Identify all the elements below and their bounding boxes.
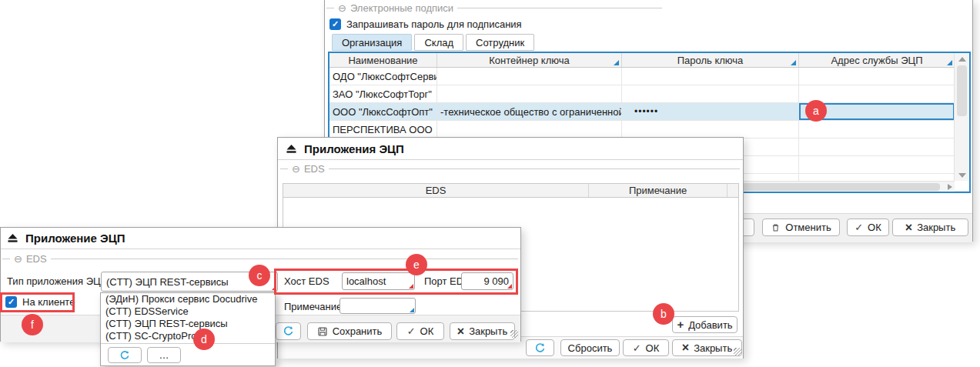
refresh-button[interactable]	[276, 322, 301, 340]
close-icon: ×	[457, 326, 464, 337]
dropdown-separator	[101, 343, 275, 344]
table-header-row: EDS Примечание	[283, 184, 738, 198]
annotation-marker-d: d	[193, 329, 215, 350]
annotation-marker-c: c	[249, 265, 270, 286]
scrollbar-corner	[727, 184, 738, 197]
column-header-key-container[interactable]: Контейнер ключа	[437, 53, 622, 67]
refresh-button[interactable]	[526, 339, 554, 356]
vertical-scrollbar[interactable]	[954, 53, 969, 181]
resize-grip[interactable]	[734, 348, 741, 355]
annotation-marker-f: f	[22, 314, 43, 335]
close-button[interactable]: × Закрыть	[892, 219, 968, 236]
checkbox-label: Запрашивать пароль для подписания	[346, 18, 522, 30]
column-header-note[interactable]: Примечание	[589, 184, 727, 197]
table-row[interactable]: ПЕРСПЕКТИВА ООО	[329, 121, 969, 138]
cancel-button[interactable]: Отменить	[762, 219, 840, 236]
screen: ⊖ Электронные подписи ✓ Запрашивать паро…	[0, 0, 980, 367]
more-options-button[interactable]: …	[147, 347, 181, 363]
annotation-rect-host-port	[274, 269, 518, 295]
dropdown-item[interactable]: (CTT) SC-CryptoProxy	[101, 330, 275, 342]
refresh-icon	[283, 325, 294, 337]
annotation-marker-b: b	[653, 303, 674, 325]
group-line	[329, 168, 740, 169]
close-icon: ×	[905, 222, 912, 233]
group-eds: ⊖ EDS	[2, 253, 518, 265]
group-label: Электронные подписи	[350, 2, 453, 14]
dialog-title: Приложение ЭЦП	[7, 232, 125, 245]
column-header-eds-service-address[interactable]: Адрес службы ЭЦП	[799, 53, 955, 67]
sort-icon	[791, 60, 796, 65]
group-label: EDS	[304, 163, 325, 175]
sort-icon	[614, 60, 619, 65]
save-icon	[317, 326, 328, 337]
table-row-selected[interactable]: ООО "ЛюксСофтОпт" -техническое общество …	[329, 103, 969, 121]
dropdown-item[interactable]: (CTT) EDSService	[101, 305, 275, 318]
checkbox-checked-icon: ✓	[329, 18, 341, 30]
ok-button[interactable]: ✓ ОК	[847, 219, 889, 236]
note-input[interactable]	[340, 299, 415, 313]
note-field-wrap	[339, 298, 416, 314]
collapse-icon[interactable]: ⊖	[338, 3, 346, 13]
add-button[interactable]: + Добавить	[672, 316, 738, 333]
table-row[interactable]: ЗАО "ЛюксСофтТорг"	[329, 85, 969, 103]
group-label: EDS	[26, 253, 47, 265]
title-separator	[1, 249, 520, 249]
dropdown-item[interactable]: (ЭДиН) Прокси сервис Docudrive	[101, 293, 275, 305]
dropdown-item[interactable]: (CTT) ЭЦП REST-сервисы	[101, 318, 275, 330]
tab-organization[interactable]: Организация	[332, 34, 412, 51]
edited-marker-icon	[410, 308, 414, 312]
collapse-icon[interactable]: ⊖	[292, 164, 300, 174]
annotation-rect-on-client	[0, 292, 75, 312]
resize-grip[interactable]	[510, 330, 518, 338]
plus-icon: +	[677, 319, 684, 330]
column-header-key-password[interactable]: Пароль ключа	[622, 53, 799, 67]
vertical-scroll-thumb[interactable]	[957, 65, 967, 116]
title-separator	[278, 159, 743, 160]
scroll-up-icon[interactable]	[958, 57, 966, 62]
save-button[interactable]: Сохранить	[307, 322, 392, 340]
ellipsis-icon: …	[159, 349, 169, 361]
group-line	[51, 259, 518, 259]
check-icon: ✓	[407, 325, 416, 337]
column-header-name[interactable]: Наименование	[329, 53, 437, 67]
check-icon: ✓	[855, 222, 863, 233]
request-password-checkbox[interactable]: ✓ Запрашивать пароль для подписания	[329, 18, 522, 30]
group-eds: ⊖ EDS	[280, 163, 740, 175]
check-icon: ✓	[633, 342, 641, 354]
sort-icon	[947, 60, 952, 65]
refresh-icon	[534, 342, 546, 354]
close-icon: ×	[682, 342, 689, 353]
close-button[interactable]: × Закрыть	[672, 339, 742, 356]
table-header-row: Наименование Контейнер ключа Пароль ключ…	[329, 53, 969, 68]
close-button[interactable]: × Закрыть	[450, 322, 515, 340]
group-line	[2, 259, 10, 259]
refresh-button[interactable]	[108, 347, 142, 363]
application-type-dropdown: (ЭДиН) Прокси сервис Docudrive (CTT) EDS…	[100, 292, 276, 366]
tab-warehouse[interactable]: Склад	[414, 34, 463, 51]
dropdown-button-row: …	[101, 345, 275, 363]
dialog-title: Приложения ЭЦП	[286, 142, 404, 155]
tab-employee[interactable]: Сотрудник	[466, 34, 534, 51]
group-line	[280, 168, 288, 169]
group-line	[457, 8, 662, 8]
annotation-marker-e: e	[406, 254, 427, 275]
signature-tabs: Организация Склад Сотрудник	[332, 34, 534, 51]
ok-button[interactable]: ✓ ОК	[623, 339, 669, 356]
eject-icon	[7, 233, 18, 243]
scroll-down-icon[interactable]	[958, 173, 966, 178]
note-label: Примечание	[284, 301, 342, 312]
column-header-eds[interactable]: EDS	[283, 184, 589, 197]
collapse-icon[interactable]: ⊖	[14, 254, 22, 264]
annotation-marker-a: a	[805, 100, 827, 122]
group-electronic-signatures: ⊖ Электронные подписи	[326, 2, 662, 14]
scroll-right-icon[interactable]	[948, 184, 952, 190]
eject-icon	[286, 144, 297, 154]
ok-button[interactable]: ✓ ОК	[396, 322, 444, 340]
type-label: Тип приложения ЭЦП	[7, 275, 108, 287]
group-line	[326, 8, 334, 8]
refresh-icon	[119, 350, 130, 361]
reset-button[interactable]: Сбросить	[560, 339, 620, 356]
table-row[interactable]: ОДО "ЛюксСофтСервис"	[329, 68, 969, 85]
trash-icon	[771, 222, 781, 233]
